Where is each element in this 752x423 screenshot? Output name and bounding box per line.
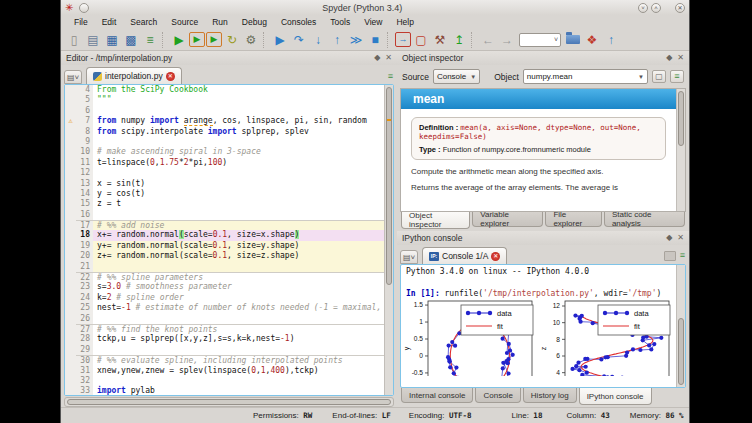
forward-icon[interactable]: → xyxy=(498,31,516,49)
save-file-icon[interactable]: ▦ xyxy=(103,31,121,49)
save-all-icon[interactable]: ▩ xyxy=(122,31,140,49)
minimize-button[interactable]: ˅ xyxy=(638,3,648,13)
code-area[interactable]: 4From the SciPy Cookbook5"""6⚠7from nump… xyxy=(65,85,384,395)
editor-close-icon[interactable]: ✕ xyxy=(385,54,392,62)
code-line-11[interactable]: 11t=linspace(0,1.75*2*pi,100) xyxy=(65,158,384,168)
interrupt-kernel-button[interactable] xyxy=(664,251,676,261)
code-line-13[interactable]: 13x = sin(t) xyxy=(65,179,384,189)
tab-console[interactable]: Console xyxy=(475,388,520,403)
menu-edit[interactable]: Edit xyxy=(95,16,124,28)
menu-tools[interactable]: Tools xyxy=(323,16,357,28)
code-line-8[interactable]: 8from scipy.interpolate import splprep, … xyxy=(65,127,384,137)
maximize-pane-icon[interactable]: → xyxy=(395,32,411,47)
code-line-25[interactable]: 25nest=-1 # estimate of number of knots … xyxy=(65,303,384,313)
code-line-16[interactable]: 16 xyxy=(65,210,384,220)
fullscreen-icon[interactable]: ▢ xyxy=(412,31,430,49)
code-line-33[interactable]: 33import pylab xyxy=(65,386,384,395)
step-into-icon[interactable]: ↓ xyxy=(309,31,327,49)
tab-object-inspector[interactable]: Object inspector xyxy=(401,212,470,229)
scrollbar-thumb[interactable] xyxy=(67,399,391,405)
continue-icon[interactable]: ≫ xyxy=(347,31,365,49)
ipython-console[interactable]: Python 3.4.0 on linux -- IPython 4.0.0 I… xyxy=(400,264,686,388)
run-cell-icon[interactable]: ▶ xyxy=(189,32,205,47)
editor-horizontal-scrollbar[interactable] xyxy=(64,397,394,407)
run-icon[interactable]: ▶ xyxy=(170,31,188,49)
scrollbar-thumb[interactable] xyxy=(386,87,392,285)
code-line-23[interactable]: 23s=3.0 # smoothness parameter xyxy=(65,282,384,292)
editor-vertical-scrollbar[interactable] xyxy=(384,85,393,395)
menu-source[interactable]: Source xyxy=(164,16,205,28)
editor-tab-interpolation[interactable]: interpolation.py ✕ xyxy=(86,67,182,84)
menu-run[interactable]: Run xyxy=(205,16,235,28)
stop-debug-icon[interactable]: ■ xyxy=(366,31,384,49)
scrollbar-thumb[interactable] xyxy=(678,91,684,146)
object-combobox[interactable]: numpy.mean ▼ xyxy=(523,69,648,84)
code-line-26[interactable]: 26 xyxy=(65,314,384,324)
code-line-32[interactable]: 32 xyxy=(65,376,384,386)
code-line-4[interactable]: 4From the SciPy Cookbook xyxy=(65,85,384,95)
step-over-icon[interactable]: ↷ xyxy=(290,31,308,49)
code-line-6[interactable]: 6 xyxy=(65,106,384,116)
open-file-icon[interactable]: ▤ xyxy=(84,31,102,49)
code-line-31[interactable]: 31xnew,ynew,znew = splev(linspace(0,1,40… xyxy=(65,366,384,376)
scrollbar-thumb[interactable] xyxy=(678,318,684,385)
menu-help[interactable]: Help xyxy=(389,16,420,28)
browse-directory-icon[interactable] xyxy=(564,31,582,49)
code-line-18[interactable]: 18x+= random.normal(scale=0.1, size=x.sh… xyxy=(65,230,384,240)
pythonpath-manager-icon[interactable]: ↥ xyxy=(450,31,468,49)
code-line-7[interactable]: ⚠7from numpy import arange, cos, linspac… xyxy=(65,116,384,126)
console-tab-1a[interactable]: IP: Console 1/A ✕ xyxy=(422,247,507,264)
code-line-22[interactable]: 22# %% spline parameters xyxy=(65,272,384,282)
browse-tabs-button[interactable]: ▤˅ xyxy=(400,250,418,264)
code-line-27[interactable]: 27# %% find the knot points xyxy=(65,324,384,334)
lock-button[interactable]: ▢ xyxy=(652,70,666,83)
maximize-button[interactable]: ˄ xyxy=(651,3,661,13)
menu-file[interactable]: File xyxy=(67,16,95,28)
source-combobox[interactable]: Console ▼ xyxy=(433,69,480,84)
tab-variable-explorer[interactable]: Variable explorer xyxy=(472,212,543,227)
tab-close-icon[interactable]: ✕ xyxy=(491,252,500,261)
console-close-icon[interactable]: ✕ xyxy=(677,234,684,242)
tab-static-code-analysis[interactable]: Static code analysis xyxy=(604,212,685,227)
tab-history-log[interactable]: History log xyxy=(523,388,577,403)
code-line-5[interactable]: 5""" xyxy=(65,95,384,105)
back-icon[interactable]: ← xyxy=(479,31,497,49)
inspector-menu-button[interactable]: ≡ xyxy=(670,70,684,83)
menu-search[interactable]: Search xyxy=(123,16,164,28)
code-line-14[interactable]: 14y = cos(t) xyxy=(65,189,384,199)
console-options-icon[interactable]: ◆ xyxy=(666,234,672,242)
code-line-28[interactable]: 28tckp,u = splprep([x,y,z],s=s,k=k,nest=… xyxy=(65,334,384,344)
inspector-options-icon[interactable]: ◆ xyxy=(666,54,672,62)
console-body[interactable]: Python 3.4.0 on linux -- IPython 4.0.0 I… xyxy=(401,265,676,387)
code-line-15[interactable]: 15z = t xyxy=(65,199,384,209)
inspector-scrollbar[interactable] xyxy=(676,89,685,211)
code-line-17[interactable]: 17# %% add noise xyxy=(65,220,384,230)
run-cell-advance-icon[interactable]: ▶ xyxy=(206,32,222,47)
working-directory-combo[interactable]: ˅ xyxy=(519,33,561,47)
tab-ipython-console[interactable]: IPython console xyxy=(579,388,652,405)
tab-file-explorer[interactable]: File explorer xyxy=(545,212,602,227)
inspector-close-icon[interactable]: ✕ xyxy=(677,54,684,62)
close-window-button[interactable]: ✕ xyxy=(675,3,685,13)
console-scrollbar[interactable] xyxy=(676,265,685,387)
menu-debug[interactable]: Debug xyxy=(235,16,274,28)
editor-options-icon[interactable]: ◆ xyxy=(374,54,380,62)
new-file-icon[interactable]: ▯ xyxy=(65,31,83,49)
code-line-19[interactable]: 19y+= random.normal(scale=0.1, size=y.sh… xyxy=(65,241,384,251)
file-switcher-icon[interactable]: ≡ xyxy=(141,31,159,49)
menu-view[interactable]: View xyxy=(357,16,389,28)
set-console-directory-icon[interactable]: ❖ xyxy=(583,31,601,49)
debug-icon[interactable]: ▶ xyxy=(271,31,289,49)
code-line-30[interactable]: 30# %% evaluate spline, including interp… xyxy=(65,355,384,365)
title-bar[interactable]: ✳ Spyder (Python 3.4) ˅ ˄ ✕ xyxy=(61,0,689,15)
code-line-12[interactable]: 12 xyxy=(65,168,384,178)
code-line-21[interactable]: 21 xyxy=(65,262,384,272)
run-settings-icon[interactable]: ⚙ xyxy=(242,31,260,49)
menu-consoles[interactable]: Consoles xyxy=(274,16,323,28)
code-line-29[interactable]: 29 xyxy=(65,345,384,355)
code-line-10[interactable]: 10# make ascending spiral in 3-space xyxy=(65,147,384,157)
parent-directory-icon[interactable]: ↑ xyxy=(602,31,620,49)
rerun-cell-icon[interactable]: ↻ xyxy=(223,31,241,49)
tab-internal-console[interactable]: Internal console xyxy=(401,388,473,403)
preferences-tools-icon[interactable]: ⚒ xyxy=(431,31,449,49)
